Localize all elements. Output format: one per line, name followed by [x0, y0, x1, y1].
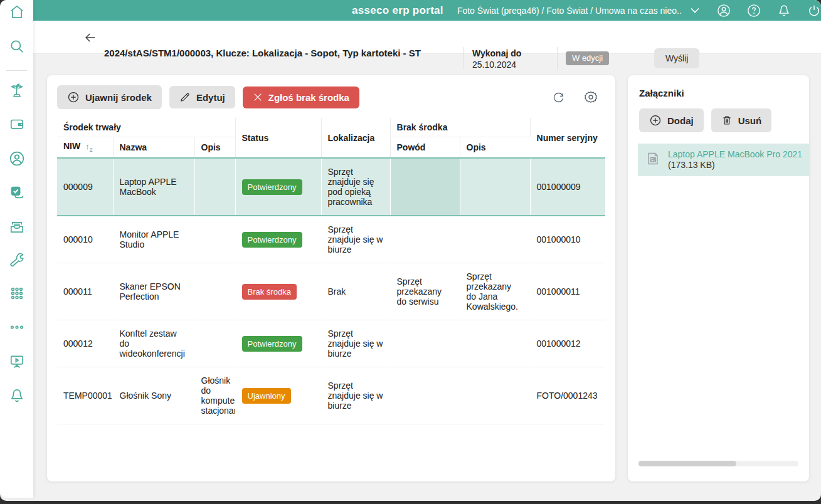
cell-desc	[194, 263, 235, 320]
status-badge: W edycji	[566, 51, 609, 65]
palm-icon[interactable]	[8, 81, 26, 99]
cell-niw: 000010	[57, 216, 113, 263]
horizontal-scrollbar[interactable]	[638, 461, 798, 466]
edit-button[interactable]: Edytuj	[169, 86, 235, 108]
remove-attachment-button[interactable]: Usuń	[711, 108, 772, 132]
bell-icon[interactable]	[777, 4, 791, 18]
document-header: 2024/stAS/STM1/000003, Klucze: Lokalizac…	[33, 21, 821, 54]
column-status[interactable]: Status	[235, 118, 321, 158]
inbox-icon[interactable]	[8, 218, 26, 236]
cell-desc	[194, 320, 235, 367]
help-icon[interactable]	[747, 4, 761, 18]
cell-location: Sprzęt znajduje się w biurze	[321, 320, 390, 367]
cell-niw: 000011	[57, 263, 113, 320]
scrollbar-thumb[interactable]	[638, 461, 736, 466]
search-icon[interactable]	[8, 38, 26, 55]
report-missing-label: Zgłoś brak środka	[268, 92, 349, 103]
cell-status: Potwierdzony	[235, 216, 321, 263]
column-group-missing[interactable]: Brak środka	[390, 118, 530, 137]
attachments-panel: Załączniki Dodaj Usuń Laptop APPLE MacBo…	[628, 75, 809, 481]
column-desc[interactable]: Opis	[194, 137, 235, 158]
column-group-asset[interactable]: Środek trwały	[57, 118, 235, 137]
more-icon[interactable]	[8, 318, 26, 336]
cell-reason	[390, 216, 460, 263]
back-arrow-icon[interactable]	[83, 31, 97, 45]
gear-icon[interactable]	[584, 90, 598, 104]
bell-icon[interactable]	[8, 387, 26, 404]
add-attachment-label: Dodaj	[667, 115, 694, 126]
cell-reason-desc: Sprzęt przekazany do Jana Kowalskiego.	[460, 263, 530, 320]
sort-asc-icon[interactable]: ↑2	[85, 142, 93, 151]
cell-status: Ujawniony	[235, 367, 321, 424]
tasks-icon[interactable]	[8, 184, 26, 201]
cell-location: Sprzęt znajduje się w biurze	[321, 367, 390, 424]
column-niw[interactable]: NIW↑2	[57, 137, 113, 158]
cell-name: Skaner EPSON Perfection	[113, 263, 194, 320]
due-date-label: Wykonaj do	[472, 48, 521, 58]
cell-serial: FOTO/0001243	[530, 367, 605, 424]
user-icon[interactable]	[717, 4, 731, 18]
cell-status: Potwierdzony	[235, 320, 321, 367]
table-row[interactable]: TEMP00001 Głośnik Sony Głośnik do komput…	[57, 367, 605, 424]
image-file-icon	[645, 151, 660, 169]
table-row[interactable]: 000011 Skaner EPSON Perfection Brak środ…	[57, 263, 605, 320]
cell-status: Potwierdzony	[235, 158, 321, 216]
cell-reason-desc	[460, 320, 530, 367]
table-row[interactable]: 000012 Konftel zestaw do wideokonferencj…	[57, 320, 605, 367]
table-row[interactable]: 000010 Monitor APPLE Studio Potwierdzony…	[57, 216, 605, 263]
cell-reason	[390, 320, 460, 367]
divider	[557, 47, 558, 70]
reveal-asset-button[interactable]: Ujawnij środek	[57, 85, 162, 109]
status-badge: Potwierdzony	[242, 336, 302, 352]
assets-toolbar: Ujawnij środek Edytuj Zgłoś brak środka	[47, 75, 615, 117]
table-row[interactable]: 000009 Laptop APPLE MacBook Potwierdzony…	[57, 158, 605, 216]
profile-icon[interactable]	[8, 150, 26, 167]
add-attachment-button[interactable]: Dodaj	[639, 108, 704, 132]
sidebar	[0, 0, 33, 498]
cell-serial: 001000011	[530, 263, 605, 320]
cell-desc	[194, 216, 235, 263]
context-breadcrumb[interactable]: Foto Świat (preqa46) / Foto Świat / Umow…	[457, 6, 682, 16]
divider	[6, 70, 27, 71]
assets-panel: Ujawnij środek Edytuj Zgłoś brak środka	[47, 75, 615, 481]
divider	[463, 47, 464, 70]
cell-reason	[390, 367, 460, 424]
attachment-size: (173.13 KB)	[668, 160, 715, 170]
attachment-name: Laptop APPLE MacBook Pro 2021	[668, 149, 802, 159]
cell-name: Głośnik Sony	[113, 367, 194, 424]
column-reason[interactable]: Powód	[390, 137, 460, 158]
cell-location: Sprzęt znajduje się pod opieką pracownik…	[321, 158, 390, 216]
cell-reason: Sprzęt przekazany do serwisu	[390, 263, 460, 320]
refresh-icon[interactable]	[551, 90, 565, 104]
apps-grid-icon[interactable]	[8, 285, 26, 302]
column-location[interactable]: Lokalizacja	[321, 118, 390, 158]
cell-desc	[194, 158, 235, 216]
column-serial[interactable]: Numer seryjny	[530, 118, 605, 158]
app-window: asseco erp portal Foto Świat (preqa46) /…	[0, 0, 821, 501]
report-missing-button[interactable]: Zgłoś brak środka	[243, 87, 359, 108]
due-date-value: 25.10.2024	[472, 60, 516, 70]
presentation-icon[interactable]	[8, 352, 26, 370]
column-name[interactable]: Nazwa	[113, 137, 194, 158]
cell-niw: 000009	[57, 158, 113, 216]
home-icon[interactable]	[8, 3, 26, 21]
attachments-title: Załączniki	[628, 75, 809, 101]
power-icon[interactable]	[807, 4, 821, 18]
cell-niw: TEMP00001	[57, 367, 113, 424]
cell-serial: 001000012	[530, 320, 605, 367]
wrench-icon[interactable]	[8, 251, 26, 268]
reveal-asset-label: Ujawnij środek	[85, 92, 152, 103]
attachment-list-item[interactable]: Laptop APPLE MacBook Pro 2021 (173.13 KB…	[638, 144, 809, 176]
column-reason-desc[interactable]: Opis	[460, 137, 530, 158]
cell-serial: 001000010	[530, 216, 605, 263]
cell-location: Brak	[321, 263, 390, 320]
assets-table: Środek trwały Status Lokalizacja Brak śr…	[57, 118, 605, 424]
chevron-down-icon[interactable]	[691, 8, 699, 13]
cell-desc: Głośnik do komputera stacjonarnego	[194, 367, 235, 424]
cell-reason-desc	[460, 158, 530, 216]
status-badge: Ujawniony	[242, 388, 291, 404]
wallet-icon[interactable]	[8, 115, 26, 133]
remove-attachment-label: Usuń	[738, 115, 762, 126]
cell-status: Brak środka	[235, 263, 321, 320]
send-button[interactable]: Wyślij	[654, 48, 699, 68]
